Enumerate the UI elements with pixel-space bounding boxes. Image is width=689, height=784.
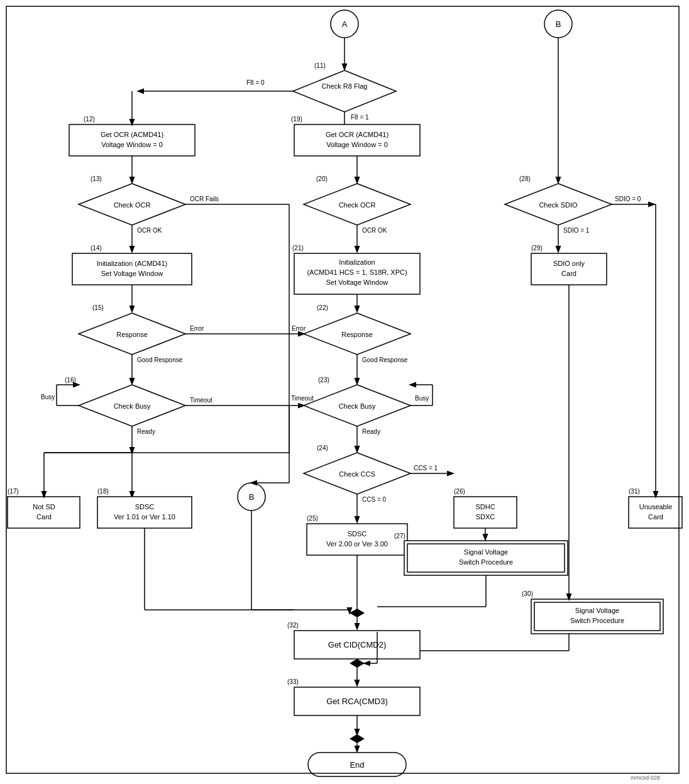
- node13-label: Check OCR: [114, 201, 151, 209]
- sdio-1-label: SDIO = 1: [563, 227, 590, 234]
- busy-16-left: Busy: [41, 394, 55, 400]
- node27-line1: Signal Voltage: [464, 548, 508, 556]
- node14-rect: [72, 253, 192, 285]
- node31-rect: [629, 497, 682, 528]
- node18-rect: [97, 497, 192, 528]
- merge-point-end: [350, 734, 365, 743]
- node29-line2: Card: [561, 270, 576, 277]
- node14-num: (14): [91, 245, 102, 251]
- node21-line1: Initialization: [339, 258, 375, 266]
- node21-line3: Set Voltage Window: [326, 279, 389, 286]
- node19-line2: Voltage Window = 0: [326, 141, 388, 148]
- f8-0-label: F8 = 0: [246, 79, 265, 86]
- node15-num: (15): [92, 304, 104, 311]
- node17-num: (17): [8, 488, 19, 495]
- node11-diamond: [293, 70, 396, 112]
- node28-num: (28): [519, 175, 531, 182]
- node22-label: Response: [341, 331, 373, 338]
- node-B-top-label: B: [556, 19, 561, 29]
- node33-label: Get RCA(CMD3): [326, 697, 388, 706]
- node31-line1: Unuseable: [639, 503, 673, 511]
- node17-rect: [8, 497, 80, 528]
- error-22-label: Error: [292, 325, 306, 332]
- node29-num: (29): [531, 245, 543, 251]
- timeout-23-label: Timeout: [291, 395, 314, 402]
- node29-line1: SDIO only: [553, 260, 585, 267]
- ocr-fails-label: OCR Fails: [190, 196, 219, 202]
- node-B-mid-label: B: [249, 492, 255, 502]
- node23-label: Check Busy: [339, 402, 376, 410]
- node30-line2: Switch Procedure: [570, 617, 624, 624]
- merge-point-mid: [350, 659, 365, 668]
- node18-line1: SDSC: [135, 503, 155, 511]
- node26-num: (26): [454, 488, 465, 495]
- ocr-ok-20-label: OCR OK: [362, 227, 387, 234]
- node30-num: (30): [522, 590, 533, 597]
- node25-line1: SDSC: [348, 530, 367, 538]
- ccs-0-label: CCS = 0: [362, 496, 387, 503]
- node-A-label: A: [342, 19, 348, 29]
- node22-num: (22): [317, 304, 328, 311]
- flowchart-svg: A B (11) Check R8 Flag F8 = 0 F8 = 1 (12…: [0, 0, 689, 784]
- node17-line1: Not SD: [33, 503, 55, 511]
- node12-line2: Voltage Window = 0: [101, 141, 163, 148]
- node28-label: Check SDIO: [539, 201, 578, 209]
- node33-num: (33): [287, 678, 299, 685]
- ready-16: Ready: [137, 428, 155, 435]
- node23-num: (23): [318, 377, 329, 384]
- good-resp-22: Good Response: [362, 356, 408, 363]
- node20-label: Check OCR: [339, 201, 376, 209]
- node16-label: Check Busy: [114, 402, 151, 410]
- node11-num: (11): [314, 62, 326, 69]
- timeout-16-label: Timeout: [190, 397, 212, 404]
- node29-rect: [531, 253, 607, 285]
- node25-num: (25): [307, 515, 318, 522]
- node18-line2: Ver 1.01 or Ver 1.10: [114, 513, 175, 521]
- node31-num: (31): [629, 488, 640, 495]
- node12-num: (12): [84, 116, 95, 123]
- f8-1-label: F8 = 1: [351, 114, 369, 121]
- node13-num: (13): [91, 175, 102, 182]
- node18-num: (18): [97, 488, 109, 495]
- merge-point-top: [350, 609, 365, 617]
- good-resp-15: Good Response: [137, 356, 183, 363]
- ocr-ok-13-label: OCR OK: [137, 227, 162, 234]
- node12-line1: Get OCR (ACMD41): [101, 131, 163, 138]
- ccs-1-label: CCS = 1: [414, 465, 438, 472]
- node27-line2: Switch Procedure: [459, 558, 513, 566]
- node25-rect: [307, 524, 407, 555]
- node32-num: (32): [287, 622, 299, 629]
- watermark: mmcsd-028: [631, 775, 660, 781]
- node11-label: Check R8 Flag: [322, 82, 368, 90]
- node21-line2: (ACMD41 HCS = 1, S18R, XPC): [307, 268, 407, 276]
- node12-rect: [69, 124, 195, 156]
- node19-rect: [294, 124, 420, 156]
- node19-num: (19): [291, 116, 302, 123]
- sdio-0-label: SDIO = 0: [615, 196, 641, 202]
- busy-23-right: Busy: [415, 395, 429, 402]
- end-label: End: [350, 760, 364, 770]
- node26-line2: SDXC: [476, 513, 495, 521]
- error-15-label: Error: [190, 325, 204, 332]
- node26-rect: [454, 497, 517, 528]
- node19-line1: Get OCR (ACMD41): [326, 131, 389, 138]
- node21-num: (21): [292, 245, 304, 251]
- node14-line2: Set Voltage Window: [101, 270, 163, 277]
- node15-label: Response: [116, 331, 148, 338]
- node25-line2: Ver 2.00 or Ver 3.00: [326, 540, 388, 548]
- node16-num: (16): [65, 377, 76, 384]
- node14-line1: Initialization (ACMD41): [97, 260, 167, 267]
- node24-num: (24): [317, 444, 328, 451]
- node27-num: (27): [394, 533, 405, 539]
- node20-num: (20): [316, 175, 328, 182]
- ready-23: Ready: [362, 428, 380, 435]
- diagram-container: A B (11) Check R8 Flag F8 = 0 F8 = 1 (12…: [0, 0, 689, 784]
- node30-line1: Signal Voltage: [575, 607, 619, 614]
- node26-line1: SDHC: [475, 503, 495, 511]
- node24-label: Check CCS: [339, 470, 375, 478]
- node17-line2: Card: [36, 513, 52, 521]
- node31-line2: Card: [648, 513, 663, 521]
